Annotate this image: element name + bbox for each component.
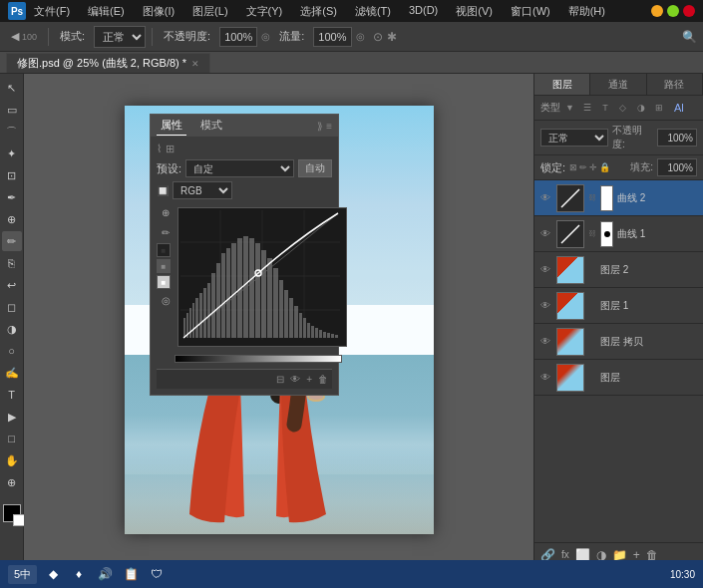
options-toolbar: ◀ 100 模式: 正常 不透明度: 100% ◎ 流量: 100% ◎ ⊙ ✱…	[0, 22, 703, 52]
tab-paths[interactable]: 路径	[647, 74, 703, 95]
marquee-tool[interactable]: ▭	[2, 100, 22, 120]
quick-select-tool[interactable]: ✦	[2, 144, 22, 163]
menu-view[interactable]: 视图(V)	[452, 2, 497, 21]
menu-3d[interactable]: 3D(D)	[405, 2, 442, 21]
delete-icon[interactable]: 🗑	[318, 374, 328, 385]
preset-dropdown[interactable]: 自定	[185, 159, 294, 177]
lock-pixels-icon[interactable]: ✏	[579, 162, 587, 172]
pen-tool[interactable]: ✍	[2, 363, 22, 383]
layer-eye-base[interactable]: 👁	[538, 371, 552, 385]
layer-item-layer2[interactable]: 👁 图层 2	[534, 252, 703, 288]
layer-eye-curves2[interactable]: 👁	[538, 191, 552, 205]
zoom-tool[interactable]: ⊕	[2, 472, 22, 492]
mode-dropdown[interactable]: 正常	[94, 26, 146, 48]
minimize-button[interactable]	[651, 5, 663, 17]
taskbar-icon-4[interactable]: 📋	[121, 564, 141, 584]
menu-file[interactable]: 文件(F)	[30, 2, 74, 21]
curve-point-tool[interactable]: ⊕	[157, 203, 175, 221]
shape-layer-filter[interactable]: ◇	[615, 100, 631, 116]
maximize-button[interactable]	[667, 5, 679, 17]
layer-item-layer1[interactable]: 👁 图层 1	[534, 288, 703, 324]
taskbar-icon-3[interactable]: 🔊	[95, 564, 115, 584]
panel-expand-icon[interactable]: ⟫	[317, 121, 323, 132]
separator-1	[48, 28, 49, 46]
visibility-icon[interactable]: 👁	[290, 374, 300, 385]
svg-rect-18	[203, 288, 206, 338]
foreground-color[interactable]	[3, 504, 21, 522]
separator-2	[152, 28, 153, 46]
text-layer-filter[interactable]: T	[597, 100, 613, 116]
move-tool[interactable]: ↖	[2, 78, 22, 98]
smart-object-filter[interactable]: ⊞	[651, 100, 667, 116]
start-button[interactable]: 5中	[8, 565, 37, 584]
crop-tool[interactable]: ⊡	[2, 165, 22, 185]
svg-rect-41	[319, 330, 322, 338]
layer-eye-layer1[interactable]: 👁	[538, 299, 552, 313]
background-color[interactable]	[13, 514, 25, 526]
clone-tool[interactable]: ⎘	[2, 253, 22, 273]
channel-dropdown[interactable]: RGB 红 绿 蓝	[173, 181, 232, 199]
blend-mode-dropdown[interactable]: 正常 溶解 正片叠底	[540, 129, 608, 147]
search-icon[interactable]: 🔍	[682, 30, 697, 44]
lock-all-icon[interactable]: 🔒	[599, 162, 610, 172]
layer-eye-layer2[interactable]: 👁	[538, 263, 552, 277]
menu-select[interactable]: 选择(S)	[296, 2, 341, 21]
new-icon[interactable]: +	[306, 374, 312, 385]
lasso-tool[interactable]: ⌒	[2, 122, 22, 142]
panel-header[interactable]: 属性 模式 ⟫ ≡	[151, 115, 338, 137]
midtone-sampler[interactable]: ■	[157, 259, 171, 273]
dodge-tool[interactable]: ○	[2, 341, 22, 361]
taskbar-icon-2[interactable]: ♦	[69, 564, 89, 584]
text-tool[interactable]: T	[2, 385, 22, 405]
svg-rect-22	[221, 253, 225, 338]
menu-edit[interactable]: 编辑(E)	[84, 2, 129, 21]
curve-icon[interactable]: ⌇	[157, 143, 162, 155]
tab-channels[interactable]: 通道	[590, 74, 646, 95]
taskbar-icon-1[interactable]: ◆	[43, 564, 63, 584]
panel-tab-properties[interactable]: 属性	[157, 116, 186, 136]
panel-tab-mode[interactable]: 模式	[196, 116, 226, 136]
healing-tool[interactable]: ⊕	[2, 209, 22, 229]
gradient-tool[interactable]: ◑	[2, 319, 22, 339]
menu-filter[interactable]: 滤镜(T)	[351, 2, 395, 21]
menu-text[interactable]: 文字(Y)	[242, 2, 287, 21]
eyedropper-tool[interactable]: ✒	[2, 187, 22, 207]
document-tab[interactable]: 修图.psd @ 25% (曲线 2, RGB/8) * ✕	[6, 53, 210, 73]
curve-grid-icon[interactable]: ⊞	[166, 143, 175, 155]
target-adj-tool[interactable]: ◎	[157, 291, 175, 309]
adjustment-layer-filter[interactable]: ◑	[633, 100, 649, 116]
menu-help[interactable]: 帮助(H)	[564, 2, 609, 21]
shadow-sampler[interactable]: ■	[157, 243, 171, 257]
fill-input[interactable]	[657, 158, 697, 176]
layer-item-layer-base[interactable]: 👁 图层	[534, 360, 703, 396]
path-selection-tool[interactable]: ▶	[2, 407, 22, 427]
eraser-tool[interactable]: ◻	[2, 297, 22, 317]
auto-button[interactable]: 自动	[298, 159, 332, 177]
history-brush-tool[interactable]: ↩	[2, 275, 22, 295]
close-button[interactable]	[683, 5, 695, 17]
layer-item-curves1[interactable]: 👁 ⛓ 曲线 1	[534, 216, 703, 252]
shape-tool[interactable]: □	[2, 429, 22, 448]
layer-fx-button[interactable]: fx	[561, 549, 569, 560]
menu-window[interactable]: 窗口(W)	[507, 2, 554, 21]
layer-eye-curves1[interactable]: 👁	[538, 227, 552, 241]
layer-eye-copy[interactable]: 👁	[538, 335, 552, 349]
panel-menu-icon[interactable]: ≡	[326, 121, 332, 132]
menu-image[interactable]: 图像(I)	[139, 2, 178, 21]
lock-position-icon[interactable]: ✛	[589, 162, 597, 172]
reset-icon[interactable]: ⊟	[276, 374, 284, 385]
layer-item-layer-copy[interactable]: 👁 图层 拷贝	[534, 324, 703, 360]
brush-tool[interactable]: ✏	[2, 231, 22, 251]
hand-tool[interactable]: ✋	[2, 450, 22, 470]
menu-layer[interactable]: 图层(L)	[188, 2, 231, 21]
curve-draw-tool[interactable]: ✏	[157, 223, 175, 241]
lock-transparent-icon[interactable]: ⊠	[569, 162, 577, 172]
opacity-input[interactable]	[657, 129, 697, 147]
curves1-thumb-svg	[557, 221, 583, 247]
layer-item-curves2[interactable]: 👁 ⛓ 曲线 2	[534, 180, 703, 216]
highlight-sampler[interactable]: ■	[157, 275, 171, 289]
taskbar-icon-5[interactable]: 🛡	[147, 564, 167, 584]
pixel-layer-filter[interactable]: ☰	[579, 100, 595, 116]
tab-layers[interactable]: 图层	[534, 74, 590, 95]
tab-close-icon[interactable]: ✕	[191, 59, 199, 69]
